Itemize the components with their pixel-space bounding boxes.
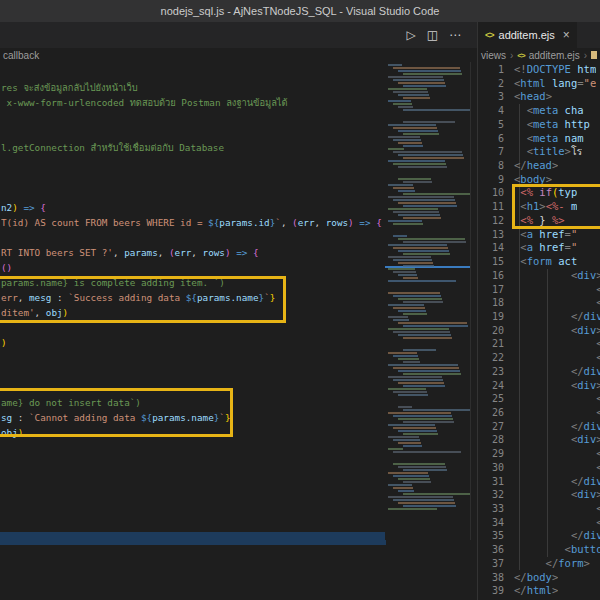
code-line[interactable]: 29 < [478, 447, 600, 461]
code-line[interactable] [1, 125, 385, 140]
code-line[interactable]: 35 </div [478, 529, 600, 543]
code-line[interactable]: 27 </div [478, 420, 600, 434]
left-breadcrumb[interactable]: callback [0, 48, 477, 62]
right-code-area[interactable]: 1<!DOCTYPE htm2<html lang="e3<head>4 <me… [478, 63, 600, 598]
right-editor[interactable]: 1<!DOCTYPE htm2<html lang="e3<head>4 <me… [478, 62, 600, 600]
code-line[interactable]: 23 </div [478, 365, 600, 379]
line-number[interactable]: 30 [478, 461, 504, 475]
line-number[interactable]: 11 [478, 200, 504, 214]
code-line[interactable]: 14 <a href=" [478, 241, 600, 255]
left-code-area[interactable]: res จะส่งข้อมูลกลับไปยังหน้าเว็บ x-www-f… [1, 80, 385, 440]
line-number[interactable]: 25 [478, 392, 504, 406]
line-number[interactable]: 14 [478, 241, 504, 255]
line-number[interactable]: 23 [478, 365, 504, 379]
code-line[interactable]: 1<!DOCTYPE htm [478, 63, 600, 77]
action-more-actions-icon[interactable]: ⋯ [449, 29, 461, 41]
line-number[interactable]: 20 [478, 324, 504, 338]
line-number[interactable]: 6 [478, 132, 504, 146]
minimap[interactable] [385, 62, 471, 540]
line-number[interactable]: 38 [478, 571, 504, 585]
code-line[interactable]: 2<html lang="e [478, 77, 600, 91]
breadcrumb-views[interactable]: views [481, 50, 506, 61]
code-line[interactable]: () [1, 260, 385, 275]
code-line[interactable]: 38</body> [478, 571, 600, 585]
line-number[interactable]: 1 [478, 63, 504, 77]
code-line[interactable]: 33 < [478, 502, 600, 516]
code-line[interactable] [1, 155, 385, 170]
line-number[interactable]: 19 [478, 310, 504, 324]
code-line[interactable]: 37 </form> [478, 557, 600, 571]
breadcrumb-file[interactable]: additem.ejs [529, 50, 580, 61]
code-line[interactable]: 32 <div> [478, 488, 600, 502]
code-line[interactable]: 36 <butto [478, 543, 600, 557]
line-number[interactable]: 26 [478, 406, 504, 420]
code-line[interactable]: 26 < [478, 406, 600, 420]
code-line[interactable]: 4 <meta cha [478, 104, 600, 118]
code-line[interactable]: l.getConnection สำหรับใช้เชื่อมต่อกับ Da… [1, 140, 385, 155]
code-line[interactable]: 24 <div> [478, 379, 600, 393]
line-number[interactable]: 37 [478, 557, 504, 571]
title-bar[interactable]: nodejs_sql.js - AjNesTNodeJS_SQL - Visua… [0, 0, 600, 22]
code-line[interactable] [1, 350, 385, 365]
code-line[interactable]: RT INTO beers SET ?', params, (err, rows… [1, 245, 385, 260]
action-run-icon[interactable]: ▷ [406, 29, 415, 41]
code-line[interactable]: 39</html> [478, 584, 600, 598]
line-number[interactable]: 4 [478, 104, 504, 118]
code-line[interactable]: 28 <div> [478, 433, 600, 447]
code-line[interactable]: 34 < [478, 516, 600, 530]
code-line[interactable] [1, 170, 385, 185]
code-line[interactable]: 8</head> [478, 159, 600, 173]
code-line[interactable]: 16 <div> [478, 269, 600, 283]
line-number[interactable]: 9 [478, 173, 504, 187]
code-line[interactable]: 20 <div> [478, 324, 600, 338]
line-number[interactable]: 24 [478, 379, 504, 393]
code-line[interactable]: n2) => { [1, 200, 385, 215]
line-number[interactable]: 3 [478, 90, 504, 104]
line-number[interactable]: 35 [478, 529, 504, 543]
code-line[interactable]: 18 < [478, 296, 600, 310]
line-number[interactable]: 13 [478, 228, 504, 242]
code-line[interactable]: 21 < [478, 337, 600, 351]
code-line[interactable]: 17 < [478, 283, 600, 297]
line-number[interactable]: 8 [478, 159, 504, 173]
code-line[interactable]: T(id) AS count FROM beers WHERE id = ${p… [1, 215, 385, 230]
code-line[interactable]: 31 </div [478, 475, 600, 489]
code-line[interactable]: 13 <a href=" [478, 228, 600, 242]
code-line[interactable]: 3<head> [478, 90, 600, 104]
code-line[interactable] [1, 185, 385, 200]
code-line[interactable]: 19 </div [478, 310, 600, 324]
close-tab-icon[interactable]: × [563, 28, 570, 42]
code-line[interactable] [1, 230, 385, 245]
code-line[interactable]: x-www-form-urlencoded ทดสอบด้วย Postman … [1, 95, 385, 110]
line-number[interactable]: 28 [478, 433, 504, 447]
line-number[interactable]: 12 [478, 214, 504, 228]
line-number[interactable]: 32 [478, 488, 504, 502]
line-number[interactable]: 33 [478, 502, 504, 516]
line-number[interactable]: 34 [478, 516, 504, 530]
code-line[interactable]: ) [1, 335, 385, 350]
line-number[interactable]: 2 [478, 77, 504, 91]
line-number[interactable]: 29 [478, 447, 504, 461]
code-line[interactable]: 7 <title>โร [478, 145, 600, 159]
code-line[interactable] [1, 365, 385, 380]
line-number[interactable]: 21 [478, 337, 504, 351]
line-number[interactable]: 39 [478, 584, 504, 598]
line-number[interactable]: 18 [478, 296, 504, 310]
line-number[interactable]: 27 [478, 420, 504, 434]
code-line[interactable]: res จะส่งข้อมูลกลับไปยังหน้าเว็บ [1, 80, 385, 95]
tab-additem-ejs[interactable]: <> additem.ejs × [478, 22, 577, 48]
line-number[interactable]: 17 [478, 283, 504, 297]
code-line[interactable]: 22 < [478, 351, 600, 365]
code-line[interactable]: 6 <meta nam [478, 132, 600, 146]
line-number[interactable]: 36 [478, 543, 504, 557]
action-split-editor-icon[interactable]: ◫ [427, 29, 438, 41]
line-number[interactable]: 16 [478, 269, 504, 283]
line-number[interactable]: 10 [478, 186, 504, 200]
code-line[interactable]: 30 < [478, 461, 600, 475]
code-line[interactable]: 5 <meta http [478, 118, 600, 132]
code-line[interactable] [1, 110, 385, 125]
code-line[interactable]: 15 <form act [478, 255, 600, 269]
line-number[interactable]: 22 [478, 351, 504, 365]
line-number[interactable]: 31 [478, 475, 504, 489]
line-number[interactable]: 7 [478, 145, 504, 159]
